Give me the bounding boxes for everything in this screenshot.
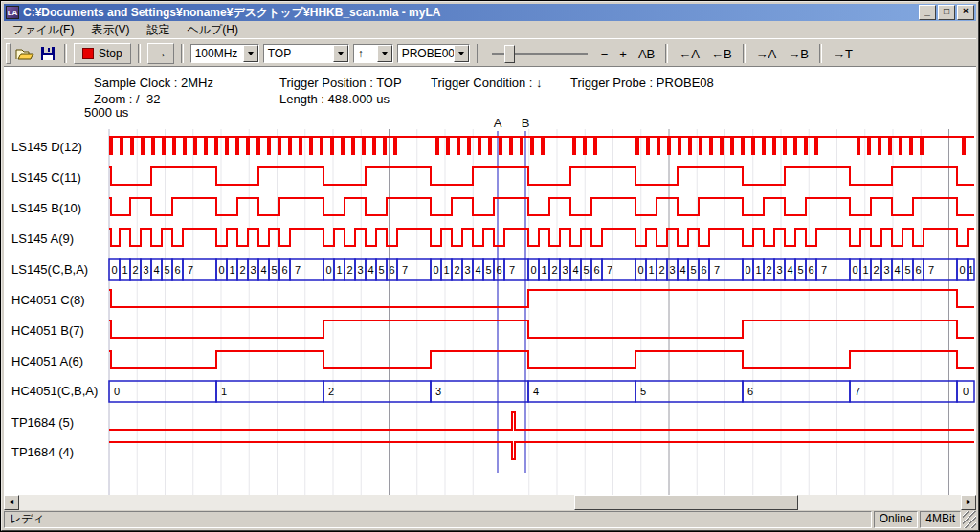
goto-trigger-button[interactable]: →T [827, 46, 858, 62]
sample-clock-value: 100MHz [191, 45, 243, 62]
chevron-down-icon[interactable] [243, 45, 258, 62]
scrollbar-track[interactable] [19, 495, 961, 510]
app-icon: LA [6, 6, 19, 19]
bus-value: 6 [808, 264, 813, 276]
ab-span-button[interactable]: AB [633, 46, 660, 62]
trigger-edge-combo[interactable]: ↑ [353, 44, 393, 63]
menu-help[interactable]: ヘルプ(H) [178, 21, 247, 39]
bus-value: 7 [928, 264, 934, 276]
bus-value: 7 [402, 264, 408, 276]
app-window: LA C:¥Documents and Settings¥noname¥デスクト… [1, 1, 979, 531]
bus-value: 6 [747, 386, 753, 397]
chevron-down-icon[interactable] [377, 45, 392, 62]
bus-value: 7 [714, 264, 720, 276]
bus-value: 6 [174, 264, 180, 276]
bus-value: 0 [114, 386, 120, 397]
toolbar-separator [181, 44, 184, 63]
bus-value: 4 [153, 264, 159, 276]
bus-value: 6 [593, 264, 599, 276]
bus-cell [323, 381, 431, 402]
toolbar-separator [819, 44, 822, 63]
bus-value: 7 [821, 264, 827, 276]
bus-value: 1 [221, 386, 227, 397]
zoom-slider-thumb[interactable] [504, 45, 515, 63]
toolbar-separator [64, 44, 67, 63]
stop-icon [82, 48, 94, 59]
run-button[interactable]: → [147, 43, 174, 64]
bus-value: 4 [787, 264, 792, 276]
goto-marker-a-button[interactable]: ←A [673, 46, 705, 62]
bus-value: 0 [530, 264, 536, 276]
bus-value: 6 [915, 264, 921, 276]
scrollbar-thumb[interactable] [574, 495, 798, 510]
bus-value: 5 [797, 264, 803, 276]
menu-file[interactable]: ファイル(F) [4, 21, 82, 39]
toolbar-grip[interactable] [6, 43, 11, 64]
bus-cell [216, 381, 323, 402]
bus-value: 3 [143, 264, 148, 276]
bus-value: 2 [239, 264, 245, 276]
bus-value: 3 [883, 264, 889, 276]
bus-value: 1 [122, 264, 127, 276]
channel-wave [109, 229, 974, 246]
bus-value: 6 [389, 264, 394, 276]
stop-button[interactable]: Stop [74, 43, 131, 64]
chevron-down-icon[interactable] [333, 45, 348, 62]
scroll-left-icon[interactable]: ◄ [4, 495, 19, 510]
waveform-plot[interactable]: AB01234567012345670123456701234567012345… [4, 67, 976, 498]
open-file-icon[interactable] [13, 44, 36, 63]
title-bar[interactable]: LA C:¥Documents and Settings¥noname¥デスクト… [4, 4, 976, 21]
bus-value: 2 [658, 264, 664, 276]
bus-cell [743, 381, 850, 402]
minimize-button[interactable]: _ [919, 5, 936, 20]
bus-value: 0 [959, 264, 965, 276]
bus-value: 2 [551, 264, 557, 276]
zoom-out-button[interactable]: − [595, 46, 614, 62]
set-marker-a-button[interactable]: →A [750, 46, 783, 62]
bus-value: 5 [378, 264, 384, 276]
channel-wave [109, 198, 974, 215]
bus-cell [528, 381, 635, 402]
bus-value: 0 [218, 264, 224, 276]
bus-value: 4 [894, 264, 900, 276]
resize-grip-icon[interactable] [963, 511, 976, 528]
sample-clock-combo[interactable]: 100MHz [190, 44, 259, 63]
bus-value: 3 [435, 386, 441, 397]
toolbar-separator [138, 44, 141, 63]
bus-value: 1 [755, 264, 761, 276]
bus-value: 6 [701, 264, 706, 276]
bus-value: 0 [111, 264, 117, 276]
chevron-down-icon[interactable] [454, 45, 469, 62]
menu-view[interactable]: 表示(V) [82, 21, 138, 39]
probe-combo[interactable]: PROBE00 [397, 44, 470, 63]
zoom-slider[interactable] [492, 44, 588, 63]
channel-wave [109, 167, 974, 185]
channel-wave [109, 442, 974, 459]
close-button[interactable]: × [957, 5, 974, 20]
channel-wave [109, 290, 974, 307]
bus-value: 4 [260, 264, 266, 276]
bus-cell [635, 381, 743, 402]
bus-value: 2 [346, 264, 352, 276]
bus-value: 3 [250, 264, 256, 276]
menu-settings[interactable]: 設定 [138, 21, 178, 39]
toolbar-separator [665, 44, 668, 63]
bus-value: 2 [454, 264, 459, 276]
bus-value: 4 [368, 264, 373, 276]
set-marker-b-button[interactable]: →B [782, 46, 814, 62]
channel-wave: 0123456701234567012345670123456701234567… [109, 259, 974, 280]
horizontal-scrollbar[interactable]: ◄ ► [4, 495, 976, 510]
probe-value: PROBE00 [398, 45, 454, 62]
bus-value: 1 [336, 264, 342, 276]
zoom-in-button[interactable]: + [613, 46, 633, 62]
maximize-button[interactable]: □ [938, 5, 955, 20]
scroll-right-icon[interactable]: ► [961, 495, 976, 510]
save-icon[interactable] [36, 44, 59, 63]
status-ready: レディ [4, 511, 872, 528]
trigger-position-combo[interactable]: TOP [263, 44, 349, 63]
bus-cell [109, 381, 216, 402]
bus-value: 0 [745, 264, 750, 276]
bus-value: 3 [776, 264, 782, 276]
bus-value: 0 [963, 386, 969, 397]
goto-marker-b-button[interactable]: ←B [705, 46, 738, 62]
